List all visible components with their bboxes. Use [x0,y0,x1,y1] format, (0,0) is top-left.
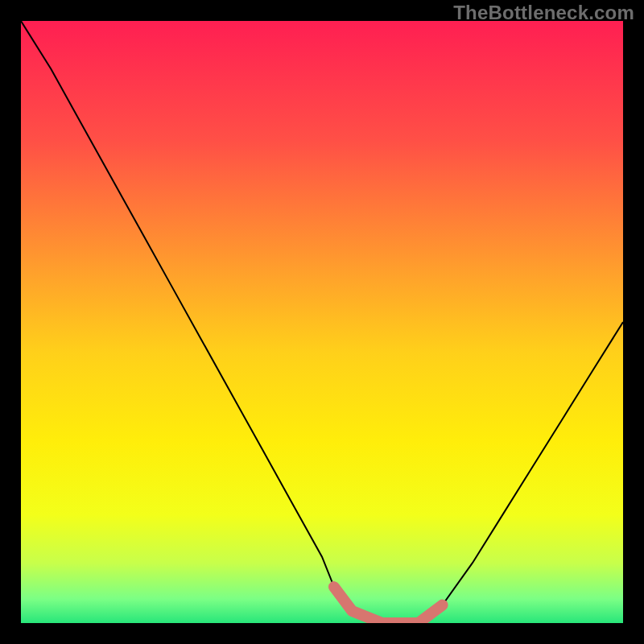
watermark-text: TheBottleneck.com [453,2,634,24]
chart-plot-area [21,21,623,623]
chart-frame: TheBottleneck.com [0,0,644,644]
gradient-background [21,21,623,623]
chart-svg [21,21,623,623]
